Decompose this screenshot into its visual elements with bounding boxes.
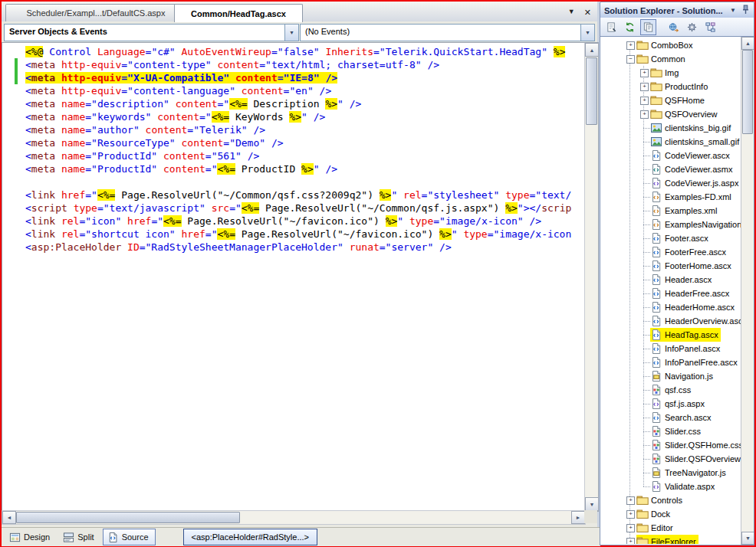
breadcrumb-tag-navigator[interactable]: <asp:PlaceHolder#RadStyle...>: [183, 529, 317, 545]
close-document-icon[interactable]: ✕: [584, 8, 591, 18]
code-line[interactable]: <meta http-equiv="content-language" cont…: [25, 84, 585, 97]
tree-item-dock[interactable]: +Dock: [600, 507, 741, 521]
refresh-icon[interactable]: [622, 19, 638, 35]
tree-item-img[interactable]: +Img: [600, 66, 741, 80]
tree-item-navigation-js[interactable]: Navigation.js: [600, 369, 741, 383]
scroll-left-icon[interactable]: ◄: [2, 511, 16, 524]
tree-item-clientskins-big-gif[interactable]: clientskins_big.gif: [600, 121, 741, 135]
tree-item-content[interactable]: QSFHome: [650, 93, 707, 107]
tree-item-content[interactable]: Controls: [636, 493, 685, 507]
tree-item-content[interactable]: FileExplorer: [636, 535, 698, 544]
properties-icon[interactable]: [603, 19, 620, 35]
tree-item-content[interactable]: Slider.QSFHome.css: [650, 438, 741, 452]
tree-item-content[interactable]: QSFOverview: [650, 107, 719, 121]
pin-icon[interactable]: [741, 5, 750, 16]
show-all-files-icon[interactable]: [640, 19, 656, 35]
events-dropdown[interactable]: (No Events) ▼: [300, 24, 595, 41]
tree-item-content[interactable]: Slider.QSFOverview.: [650, 452, 741, 466]
tree-item-content[interactable]: FooterHome.ascx: [650, 259, 734, 273]
code-line[interactable]: <link rel="shortcut icon" href="<%= Page…: [25, 228, 585, 241]
tree-item-codeviewer-ascx[interactable]: CodeViewer.ascx: [600, 149, 741, 162]
tree-item-examplesnavigation[interactable]: ExamplesNavigation: [600, 218, 741, 231]
tree-item-content[interactable]: InfoPanel.ascx: [650, 342, 722, 355]
expand-icon[interactable]: +: [626, 41, 635, 50]
tree-item-content[interactable]: clientskins_small.gif: [650, 135, 741, 149]
scroll-down-icon[interactable]: ▼: [741, 532, 754, 545]
scroll-up-icon[interactable]: ▲: [741, 37, 754, 50]
tree-item-content[interactable]: Slider.css: [650, 424, 703, 438]
tree-item-productinfo[interactable]: +ProductInfo: [600, 80, 741, 93]
tree-item-qsfhome[interactable]: +QSFHome: [600, 93, 741, 107]
code-line[interactable]: <meta name="ProductId" content="<%= Prod…: [25, 162, 585, 175]
tree-item-clientskins-small-gif[interactable]: clientskins_small.gif: [600, 135, 741, 149]
code-lines[interactable]: <%@ Control Language="c#" AutoEventWireu…: [2, 43, 585, 511]
tree-item-content[interactable]: qsf.js.aspx: [650, 397, 707, 411]
tree-item-common[interactable]: −Common: [600, 52, 741, 66]
tree-item-content[interactable]: ComboBox: [636, 38, 695, 52]
view-class-diagram-icon[interactable]: [702, 19, 718, 35]
code-line[interactable]: <link href="<%= Page.ResolveUrl("~/Commo…: [25, 188, 585, 201]
tree-item-slider-css[interactable]: Slider.css: [600, 424, 741, 438]
tree-item-content[interactable]: Examples.xml: [650, 204, 719, 218]
tree-item-slider-qsfoverview-[interactable]: Slider.QSFOverview.: [600, 452, 741, 466]
tree-item-combobox[interactable]: +ComboBox: [600, 38, 741, 52]
tree-item-content[interactable]: Validate.aspx: [650, 480, 717, 493]
code-line[interactable]: <meta name="ProductId" content="561" />: [25, 149, 585, 162]
aspnet-configuration-icon[interactable]: [684, 19, 700, 35]
tree-item-content[interactable]: HeadTag.ascx: [650, 328, 721, 342]
tree-item-qsf-css[interactable]: qsf.css: [600, 383, 741, 397]
scroll-up-icon[interactable]: ▲: [585, 43, 599, 57]
tree-item-headtag-ascx[interactable]: HeadTag.ascx: [600, 328, 741, 342]
tree-item-headeroverview-asc[interactable]: HeaderOverview.asc: [600, 314, 741, 328]
code-line[interactable]: <meta http-equiv="content-type" content=…: [25, 58, 585, 71]
code-line[interactable]: [25, 175, 585, 188]
solution-explorer-titlebar[interactable]: Solution Explorer - Solution... ▼: [600, 2, 754, 19]
design-view-button[interactable]: Design: [5, 529, 57, 545]
code-line[interactable]: <link rel="icon" href="<%= Page.ResolveU…: [25, 215, 585, 228]
expand-icon[interactable]: +: [640, 97, 649, 105]
tree-item-content[interactable]: clientskins_big.gif: [650, 121, 733, 135]
tree-item-header-ascx[interactable]: Header.ascx: [600, 273, 741, 287]
tree-item-content[interactable]: Common: [636, 52, 688, 66]
tree-item-treenavigator-js[interactable]: TreeNavigator.js: [600, 466, 741, 480]
tree-item-footer-ascx[interactable]: Footer.ascx: [600, 231, 741, 245]
expand-icon[interactable]: +: [626, 510, 635, 519]
tree-vertical-scrollbar[interactable]: ▲ ▼: [741, 37, 754, 545]
scroll-down-icon[interactable]: ▼: [585, 497, 599, 511]
code-editor[interactable]: <%@ Control Language="c#" AutoEventWireu…: [2, 42, 599, 512]
expand-icon[interactable]: +: [640, 110, 649, 119]
split-view-button[interactable]: Split: [58, 529, 100, 545]
tree-item-infopanelfree-ascx[interactable]: InfoPanelFree.ascx: [600, 355, 741, 369]
code-line[interactable]: <asp:PlaceHolder ID="RadStyleSheetManage…: [25, 241, 585, 254]
tree-item-content[interactable]: HeaderFree.ascx: [650, 287, 731, 300]
tree-item-codeviewer-asmx[interactable]: CodeViewer.asmx: [600, 162, 741, 176]
tree-item-content[interactable]: Footer.ascx: [650, 231, 711, 245]
tree-item-content[interactable]: Examples-FD.xml: [650, 190, 734, 204]
expand-icon[interactable]: +: [626, 538, 635, 544]
code-line[interactable]: <script type="text/javascript" src="<%= …: [25, 201, 585, 215]
document-list-dropdown-icon[interactable]: ▼: [568, 8, 575, 18]
tree-item-controls[interactable]: +Controls: [600, 493, 741, 507]
tree-item-qsf-js-aspx[interactable]: qsf.js.aspx: [600, 397, 741, 411]
tree-item-examples-fd-xml[interactable]: Examples-FD.xml: [600, 190, 741, 204]
tree-item-content[interactable]: TreeNavigator.js: [650, 466, 728, 480]
collapse-icon[interactable]: −: [626, 55, 635, 64]
tree-item-content[interactable]: CodeViewer.js.aspx: [650, 176, 741, 190]
tab-defaultcs-aspx[interactable]: Scheduler/Exampl...t/DefaultCS.aspx: [5, 4, 186, 21]
source-view-button[interactable]: Source: [103, 529, 156, 545]
vertical-scrollbar[interactable]: ▲ ▼: [584, 43, 598, 511]
expand-icon[interactable]: +: [640, 83, 649, 91]
tree-item-codeviewer-js-aspx[interactable]: CodeViewer.js.aspx: [600, 176, 741, 190]
tree-item-content[interactable]: Img: [650, 66, 681, 80]
tree-item-infopanel-ascx[interactable]: InfoPanel.ascx: [600, 342, 741, 355]
tree-item-content[interactable]: Editor: [636, 521, 675, 535]
tree-item-fileexplorer[interactable]: +FileExplorer: [600, 535, 741, 544]
tree-item-search-ascx[interactable]: Search.ascx: [600, 411, 741, 424]
tree-item-headerhome-ascx[interactable]: HeaderHome.ascx: [600, 300, 741, 314]
code-line[interactable]: <meta http-equiv="X-UA-Compatible" conte…: [25, 71, 585, 84]
horizontal-scrollbar[interactable]: ◄ ►: [2, 510, 586, 525]
expand-icon[interactable]: +: [640, 69, 649, 77]
tree-item-footerfree-ascx[interactable]: FooterFree.ascx: [600, 245, 741, 259]
expand-icon[interactable]: +: [626, 496, 635, 505]
code-line[interactable]: <meta name="description" content="<%= De…: [25, 97, 585, 110]
